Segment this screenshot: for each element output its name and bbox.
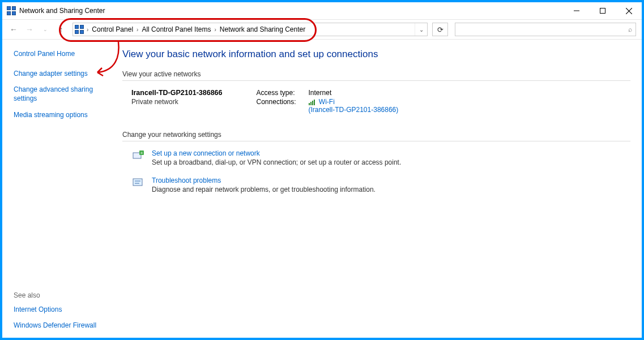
chevron-right-icon: › [135, 27, 139, 33]
app-icon [7, 6, 16, 15]
main-panel: View your basic network information and … [116, 40, 642, 338]
address-bar[interactable]: › Control Panel › All Control Panel Item… [72, 23, 428, 36]
connection-link[interactable]: Wi-Fi(Irancell-TD-GP2101-386866) [309, 98, 399, 114]
sidebar-media-streaming[interactable]: Media streaming options [14, 110, 110, 119]
troubleshoot-desc: Diagnose and repair network problems, or… [152, 186, 376, 193]
svg-rect-1 [600, 8, 605, 14]
close-button[interactable] [616, 2, 642, 19]
see-also-firewall[interactable]: Windows Defender Firewall [14, 321, 110, 330]
chevron-right-icon: › [213, 27, 217, 33]
active-network-block: Irancell-TD-GP2101-386866 Private networ… [122, 89, 630, 115]
svg-text:+: + [140, 150, 143, 156]
change-settings-heading: Change your networking settings [122, 131, 630, 141]
toolbar: ← → ⌄ ↑ › Control Panel › All Control Pa… [2, 19, 642, 40]
search-input[interactable]: ⌕ [455, 23, 636, 36]
troubleshoot-link[interactable]: Troubleshoot problems [152, 177, 376, 184]
refresh-button[interactable]: ⟳ [432, 23, 448, 36]
forward-button[interactable]: → [23, 23, 36, 36]
network-details: Access type: Internet Connections: Wi-Fi… [257, 89, 399, 115]
troubleshoot-item: Troubleshoot problems Diagnose and repai… [122, 177, 630, 193]
up-button[interactable]: ↑ [54, 23, 68, 36]
setup-connection-item: + Set up a new connection or network Set… [122, 149, 630, 166]
chevron-right-icon: › [86, 27, 89, 33]
page-title: View your basic network information and … [122, 49, 630, 60]
maximize-button[interactable] [590, 2, 616, 19]
svg-rect-7 [133, 179, 142, 186]
sidebar-advanced-sharing[interactable]: Change advanced sharing settings [14, 85, 110, 103]
setup-connection-link[interactable]: Set up a new connection or network [152, 149, 401, 157]
see-also-heading: See also [14, 291, 110, 299]
network-identity: Irancell-TD-GP2101-386866 Private networ… [131, 89, 223, 115]
network-type: Private network [131, 98, 223, 106]
setup-connection-icon: + [131, 149, 145, 163]
address-dropdown[interactable]: ⌄ [415, 23, 427, 36]
titlebar: Network and Sharing Center [2, 2, 642, 19]
window-frame: Network and Sharing Center ← → ⌄ ↑ › Con… [2, 2, 642, 338]
search-icon: ⌕ [628, 25, 632, 33]
network-name: Irancell-TD-GP2101-386866 [131, 89, 223, 97]
annotation-arrow [93, 40, 127, 85]
wifi-signal-icon [309, 100, 315, 105]
connections-label: Connections: [257, 98, 301, 114]
access-type-label: Access type: [257, 89, 301, 97]
minimize-button[interactable] [564, 2, 590, 19]
address-icon [73, 25, 86, 34]
breadcrumb-all-items[interactable]: All Control Panel Items [139, 25, 213, 33]
setup-connection-desc: Set up a broadband, dial-up, or VPN conn… [152, 158, 401, 166]
breadcrumb-network-sharing[interactable]: Network and Sharing Center [217, 25, 308, 33]
back-button[interactable]: ← [7, 23, 20, 36]
active-networks-heading: View your active networks [122, 70, 630, 81]
window-title: Network and Sharing Center [19, 7, 105, 15]
troubleshoot-icon [131, 177, 145, 190]
see-also-internet-options[interactable]: Internet Options [14, 305, 110, 314]
recent-dropdown[interactable]: ⌄ [39, 23, 52, 36]
breadcrumb-control-panel[interactable]: Control Panel [89, 25, 135, 33]
access-type-value: Internet [309, 89, 332, 97]
